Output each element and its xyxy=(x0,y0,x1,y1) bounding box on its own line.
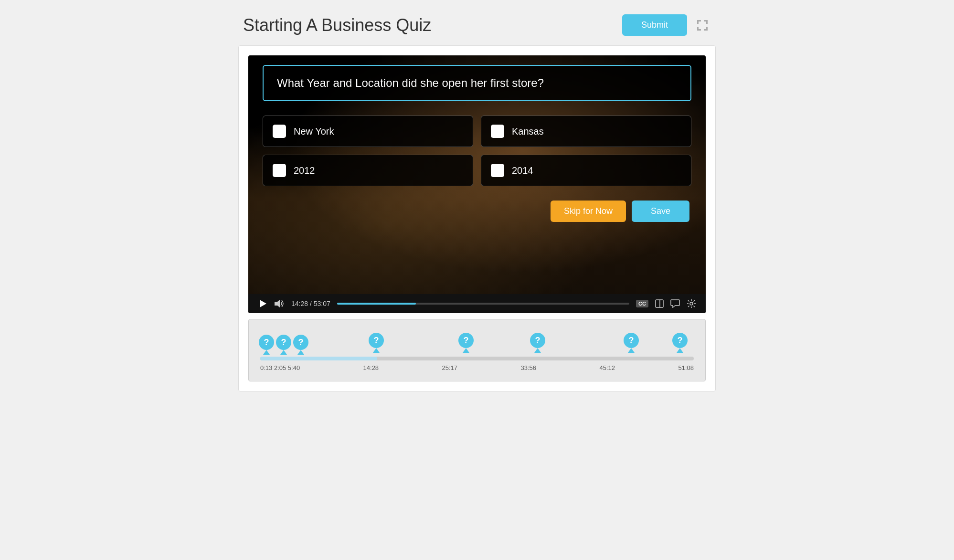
svg-text:?: ? xyxy=(464,336,469,345)
svg-text:?: ? xyxy=(281,338,286,347)
pin-14-28[interactable]: ? xyxy=(368,333,384,355)
sidebar-toggle-button[interactable] xyxy=(655,299,664,308)
svg-text:?: ? xyxy=(629,336,634,345)
cc-button[interactable]: CC xyxy=(636,300,648,307)
svg-marker-8 xyxy=(260,300,266,307)
page-title: Starting A Business Quiz xyxy=(243,15,431,35)
timeline-bar[interactable] xyxy=(260,357,694,360)
svg-rect-3 xyxy=(706,20,708,24)
svg-rect-10 xyxy=(656,300,663,307)
timeline-label-1428: 14:28 xyxy=(363,364,379,371)
option-a[interactable]: New York xyxy=(263,116,473,147)
checkbox-b[interactable] xyxy=(491,125,504,138)
checkbox-a[interactable] xyxy=(273,125,286,138)
pin-group-start[interactable]: ? ? ? xyxy=(258,335,309,355)
svg-text:?: ? xyxy=(678,336,683,345)
svg-point-12 xyxy=(690,302,693,305)
svg-rect-7 xyxy=(706,27,708,31)
settings-button[interactable] xyxy=(687,299,696,308)
option-a-label: New York xyxy=(294,126,334,137)
time-display: 14:28 / 53:07 xyxy=(291,300,330,307)
quiz-container: What Year and Location did she open her … xyxy=(238,45,716,391)
page-header: Starting A Business Quiz Submit xyxy=(238,14,716,36)
svg-text:?: ? xyxy=(298,338,304,347)
svg-text:?: ? xyxy=(264,338,269,347)
submit-button[interactable]: Submit xyxy=(622,14,687,36)
options-grid: New York Kansas 2012 2014 xyxy=(263,116,691,186)
play-button[interactable] xyxy=(258,299,267,308)
timeline-labels: 0:13 2:05 5:40 14:28 25:17 33:56 45:12 5… xyxy=(258,364,696,371)
svg-rect-5 xyxy=(697,27,699,31)
svg-text:?: ? xyxy=(374,336,379,345)
option-d[interactable]: 2014 xyxy=(481,155,691,186)
question-box: What Year and Location did she open her … xyxy=(263,65,691,101)
svg-text:?: ? xyxy=(535,336,541,345)
pin-51-08[interactable]: ? xyxy=(672,333,688,355)
timeline-section: ? ? ? ? xyxy=(248,319,706,381)
progress-fill xyxy=(337,303,416,305)
save-button[interactable]: Save xyxy=(632,201,689,222)
option-c-label: 2012 xyxy=(294,165,315,176)
video-background: What Year and Location did she open her … xyxy=(248,55,706,294)
progress-bar[interactable] xyxy=(337,303,629,305)
action-buttons: Skip for Now Save xyxy=(263,201,691,222)
question-text: What Year and Location did she open her … xyxy=(277,76,677,90)
timeline-label-3356: 33:56 xyxy=(521,364,537,371)
checkbox-c[interactable] xyxy=(273,164,286,177)
fullscreen-icon[interactable] xyxy=(694,17,711,34)
timeline-label-4512: 45:12 xyxy=(599,364,615,371)
timeline-label-0: 0:13 2:05 5:40 xyxy=(260,364,300,371)
video-wrapper: What Year and Location did she open her … xyxy=(248,55,706,313)
svg-rect-1 xyxy=(697,20,699,24)
video-controls: 14:28 / 53:07 CC xyxy=(248,294,706,313)
option-c[interactable]: 2012 xyxy=(263,155,473,186)
timeline-label-2517: 25:17 xyxy=(442,364,458,371)
header-actions: Submit xyxy=(622,14,711,36)
skip-button[interactable]: Skip for Now xyxy=(551,201,626,222)
timeline-fill xyxy=(260,357,377,360)
pin-25-17[interactable]: ? xyxy=(458,333,474,355)
timeline-label-5108: 51:08 xyxy=(678,364,694,371)
checkbox-d[interactable] xyxy=(491,164,504,177)
pins-row: ? ? ? ? xyxy=(258,326,696,355)
option-b[interactable]: Kansas xyxy=(481,116,691,147)
chat-button[interactable] xyxy=(670,299,680,308)
volume-button[interactable] xyxy=(274,299,285,308)
pin-45-12[interactable]: ? xyxy=(623,333,639,355)
option-b-label: Kansas xyxy=(512,126,544,137)
pin-33-56[interactable]: ? xyxy=(530,333,546,355)
svg-marker-9 xyxy=(275,300,280,307)
option-d-label: 2014 xyxy=(512,165,533,176)
